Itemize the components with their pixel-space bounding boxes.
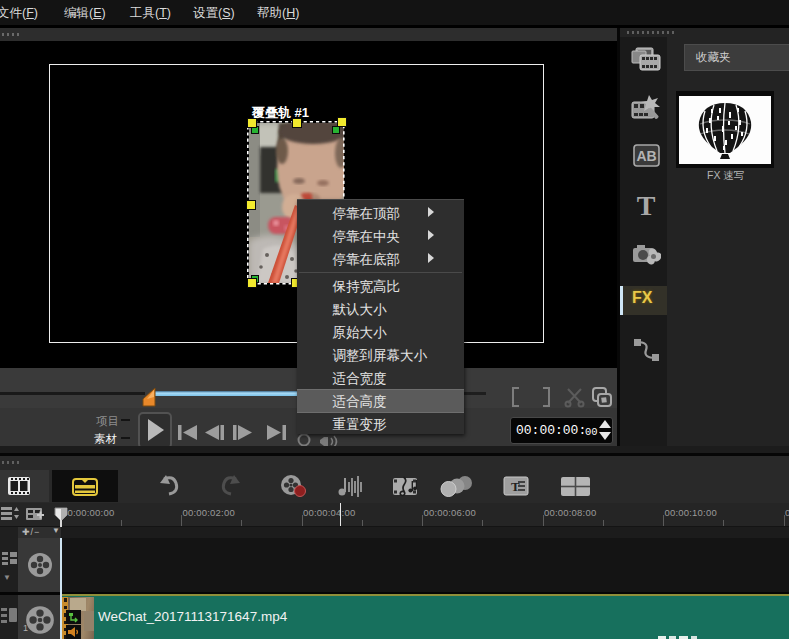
svg-text:T: T <box>637 192 656 218</box>
svg-text:AB: AB <box>636 148 656 164</box>
